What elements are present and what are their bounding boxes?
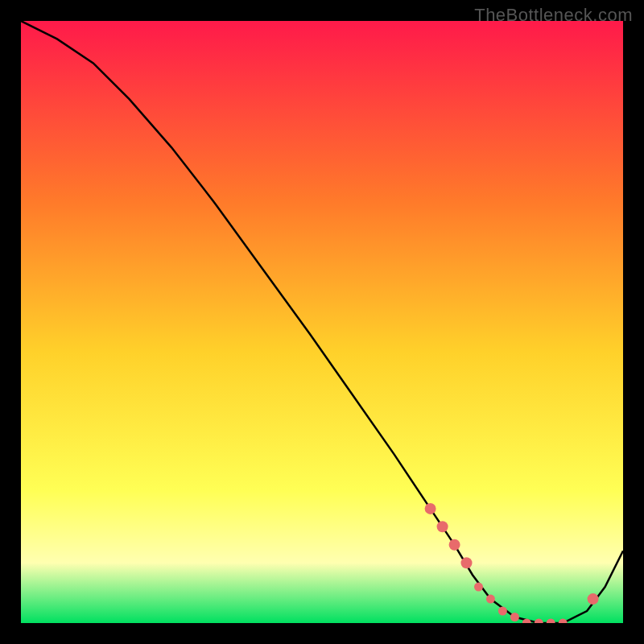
data-marker — [461, 557, 473, 568]
data-marker — [474, 583, 483, 592]
plot-area — [21, 21, 623, 623]
data-marker — [588, 593, 599, 605]
chart-svg — [21, 21, 623, 623]
gradient-background — [21, 21, 623, 623]
chart-container: TheBottleneck.com — [0, 0, 644, 644]
data-marker — [486, 595, 495, 604]
data-marker — [510, 613, 519, 621]
data-marker — [437, 521, 448, 532]
data-marker — [449, 539, 460, 551]
data-marker — [425, 503, 436, 514]
data-marker — [498, 607, 507, 616]
